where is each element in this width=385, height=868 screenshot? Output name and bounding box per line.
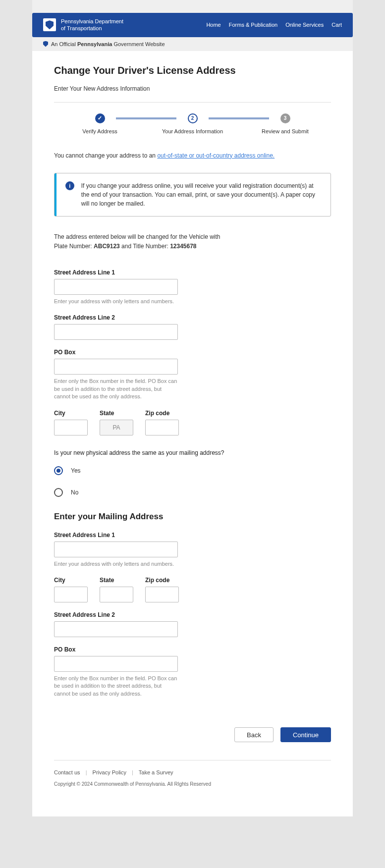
radio-yes-row: Yes xyxy=(54,466,331,475)
page-subtitle: Enter Your New Address Information xyxy=(54,85,331,92)
physical-street1-group: Street Address Line 1 Enter your address… xyxy=(54,269,331,305)
divider xyxy=(54,102,331,103)
page-container: Pennsylvania Department of Transportatio… xyxy=(32,0,353,816)
mailing-state-input[interactable] xyxy=(100,587,133,602)
physical-state-input xyxy=(100,420,133,435)
physical-zip-label: Zip code xyxy=(145,410,179,417)
dept-line1: Pennsylvania Department xyxy=(61,18,123,25)
stepper: ✓ Verify Address 2 Your Address Informat… xyxy=(54,113,331,134)
step-connector xyxy=(209,117,269,119)
continue-button[interactable]: Continue xyxy=(280,727,331,742)
nav-online-services[interactable]: Online Services xyxy=(285,22,324,28)
content-area: Change Your Driver's License Address Ent… xyxy=(32,51,353,817)
physical-pobox-input[interactable] xyxy=(54,359,178,375)
mailing-street1-label: Street Address Line 1 xyxy=(54,532,331,539)
mailing-state-label: State xyxy=(100,577,133,584)
separator: | xyxy=(132,769,133,775)
info-body: i If you change your address online, you… xyxy=(56,173,330,216)
step-3: 3 Review and Submit xyxy=(239,113,331,134)
physical-pobox-group: PO Box Enter only the Box number in the … xyxy=(54,349,331,400)
nav-forms[interactable]: Forms & Publication xyxy=(229,22,277,28)
mailing-street1-group: Street Address Line 1 Enter your address… xyxy=(54,532,331,568)
mailing-city-group: City xyxy=(54,577,88,602)
separator: | xyxy=(86,769,87,775)
physical-pobox-help: Enter only the Box number in the field. … xyxy=(54,378,178,400)
physical-street1-label: Street Address Line 1 xyxy=(54,269,331,276)
mailing-city-label: City xyxy=(54,577,88,584)
physical-street2-input[interactable] xyxy=(54,324,178,340)
physical-state-label: State xyxy=(100,410,133,417)
mailing-city-state-zip-row: City State Zip code xyxy=(54,577,331,602)
radio-no-label: No xyxy=(71,489,78,496)
radio-yes-label: Yes xyxy=(71,467,81,474)
mailing-state-group: State xyxy=(100,577,133,602)
mailing-street1-help: Enter your address with only letters and… xyxy=(54,560,178,568)
footer-divider xyxy=(54,760,331,760)
shield-icon xyxy=(43,41,48,47)
step-circle-pending: 3 xyxy=(280,113,290,123)
check-icon: ✓ xyxy=(98,115,102,121)
footer-links: Contact us | Privacy Policy | Take a Sur… xyxy=(54,769,331,775)
info-text: If you change your address online, you w… xyxy=(81,181,322,208)
mailing-street1-input[interactable] xyxy=(54,542,178,557)
mailing-pobox-label: PO Box xyxy=(54,646,331,653)
step-1: ✓ Verify Address xyxy=(54,113,146,134)
header-left: Pennsylvania Department of Transportatio… xyxy=(43,18,123,32)
step-circle-done: ✓ xyxy=(95,113,105,123)
page-title: Change Your Driver's License Address xyxy=(54,65,331,76)
logo-box xyxy=(43,18,56,31)
official-text: An Official Pennsylvania Government Webs… xyxy=(51,41,165,47)
radio-no[interactable] xyxy=(54,488,63,497)
physical-street2-group: Street Address Line 2 xyxy=(54,314,331,340)
physical-city-state-zip-row: City State Zip code xyxy=(54,410,331,435)
nav-home[interactable]: Home xyxy=(206,22,220,28)
mailing-zip-label: Zip code xyxy=(145,577,179,584)
step-label: Verify Address xyxy=(82,128,117,134)
mailing-pobox-group: PO Box Enter only the Box number in the … xyxy=(54,646,331,698)
info-callout: i If you change your address online, you… xyxy=(54,173,331,217)
physical-pobox-label: PO Box xyxy=(54,349,331,356)
radio-yes[interactable] xyxy=(54,466,63,475)
mailing-pobox-help: Enter only the Box number in the field. … xyxy=(54,675,178,698)
mailing-street2-group: Street Address Line 2 xyxy=(54,611,331,637)
back-button[interactable]: Back xyxy=(234,727,274,742)
physical-zip-group: Zip code xyxy=(145,410,179,435)
dept-name: Pennsylvania Department of Transportatio… xyxy=(61,18,123,32)
footer-contact[interactable]: Contact us xyxy=(54,769,80,775)
footer-privacy[interactable]: Privacy Policy xyxy=(93,769,126,775)
mailing-street2-input[interactable] xyxy=(54,621,178,637)
mailing-city-input[interactable] xyxy=(54,587,88,602)
physical-city-label: City xyxy=(54,410,88,417)
shield-icon xyxy=(46,20,54,29)
restriction-notice: You cannot change your address to an out… xyxy=(54,152,331,159)
physical-street1-help: Enter your address with only letters and… xyxy=(54,298,178,305)
radio-dot-icon xyxy=(56,469,60,473)
mailing-heading: Enter your Mailing Address xyxy=(54,512,331,522)
button-row: Back Continue xyxy=(54,727,331,742)
header-bar: Pennsylvania Department of Transportatio… xyxy=(32,13,353,37)
physical-city-group: City xyxy=(54,410,88,435)
radio-no-row: No xyxy=(54,488,331,497)
step-label: Your Address Information xyxy=(162,128,223,134)
mailing-pobox-input[interactable] xyxy=(54,656,178,672)
same-address-question: Is your new physical address the same as… xyxy=(54,449,331,456)
step-connector xyxy=(116,117,176,119)
mailing-zip-group: Zip code xyxy=(145,577,179,602)
vehicle-line2: Plate Number: ABC9123 and Title Number: … xyxy=(54,242,331,251)
physical-street1-input[interactable] xyxy=(54,279,178,295)
mailing-street2-label: Street Address Line 2 xyxy=(54,611,331,618)
mailing-zip-input[interactable] xyxy=(145,587,179,602)
physical-city-input[interactable] xyxy=(54,420,88,435)
copyright: Copyright © 2024 Commonwealth of Pennsyl… xyxy=(54,781,331,797)
vehicle-line1: The address entered below will be change… xyxy=(54,232,331,242)
vehicle-info: The address entered below will be change… xyxy=(54,232,331,251)
nav-links: Home Forms & Publication Online Services… xyxy=(206,22,342,28)
nav-cart[interactable]: Cart xyxy=(331,22,342,28)
physical-state-group: State xyxy=(100,410,133,435)
physical-zip-input[interactable] xyxy=(145,420,179,435)
step-circle-current: 2 xyxy=(188,113,198,123)
dept-line2: of Transportation xyxy=(61,25,123,32)
footer-survey[interactable]: Take a Survey xyxy=(139,769,173,775)
step-label: Review and Submit xyxy=(262,128,309,134)
restriction-link[interactable]: out-of-state or out-of-country address o… xyxy=(157,152,275,159)
